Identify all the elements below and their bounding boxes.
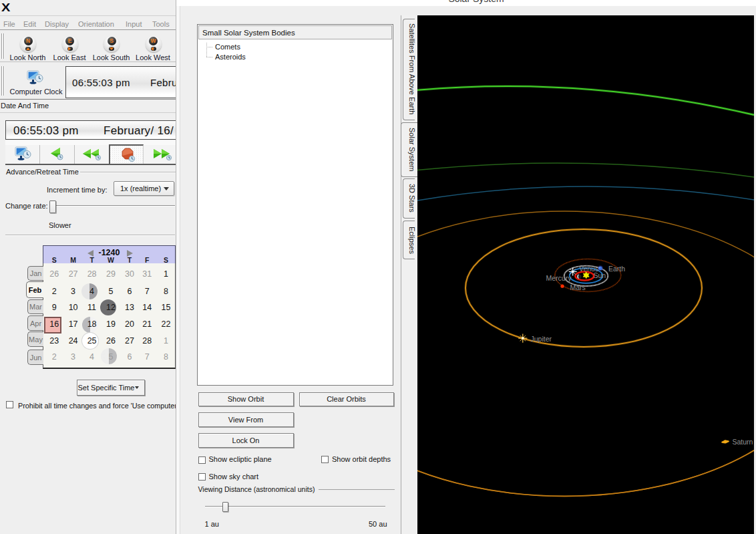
svg-text:Saturn: Saturn <box>733 438 753 446</box>
svg-text:Earth: Earth <box>608 265 625 273</box>
svg-text:Jupiter: Jupiter <box>531 335 552 343</box>
svg-text:Mars: Mars <box>570 283 586 291</box>
svg-text:Mercury: Mercury <box>546 274 572 282</box>
svg-text:Sun: Sun <box>594 271 606 279</box>
